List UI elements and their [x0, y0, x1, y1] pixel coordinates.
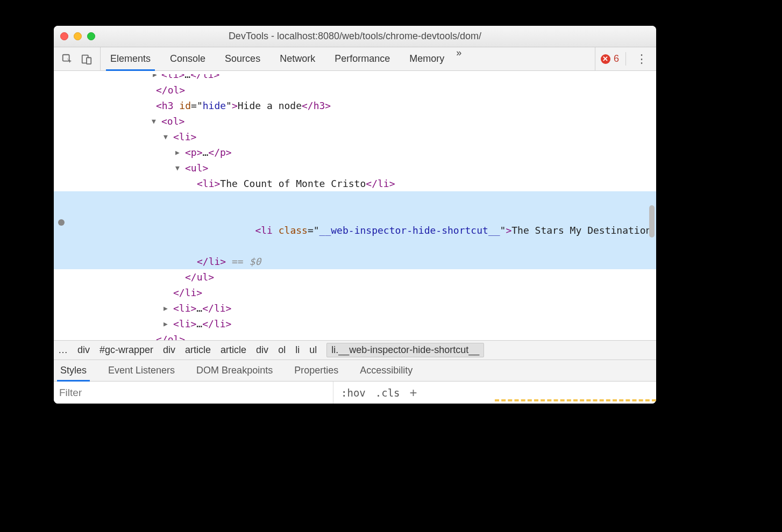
box-model-margin-edge	[495, 399, 656, 404]
dom-node[interactable]: ▶<li>…</li>	[54, 316, 656, 332]
toggle-hov-button[interactable]: :hov	[341, 387, 366, 399]
minimize-window-button[interactable]	[74, 32, 82, 40]
settings-menu-icon[interactable]: ⋮	[632, 52, 651, 66]
device-toolbar-icon[interactable]	[81, 53, 93, 65]
expand-arrow-icon[interactable]: ▶	[153, 74, 157, 82]
dom-node[interactable]: </ul>	[54, 269, 656, 285]
dom-node[interactable]: <li>The Count of Monte Cristo</li>	[54, 176, 656, 191]
dom-node[interactable]: </ol>	[54, 82, 656, 98]
dom-node[interactable]: ▼<ol>	[54, 113, 656, 129]
subtab-event-listeners[interactable]: Event Listeners	[105, 360, 178, 381]
window-title: DevTools - localhost:8080/web/tools/chro…	[54, 31, 656, 42]
tab-performance[interactable]: Performance	[325, 47, 400, 70]
breadcrumb-item-selected[interactable]: li.__web-inspector-hide-shortcut__	[326, 343, 484, 357]
close-window-button[interactable]	[60, 32, 68, 40]
styles-filter-input[interactable]	[54, 387, 333, 399]
breadcrumb-item[interactable]: article	[221, 344, 246, 356]
tab-network[interactable]: Network	[270, 47, 325, 70]
main-toolbar: Elements Console Sources Network Perform…	[54, 47, 656, 71]
devtools-window: DevTools - localhost:8080/web/tools/chro…	[54, 26, 656, 404]
breadcrumb-item[interactable]: li	[295, 344, 300, 356]
inspect-element-icon[interactable]	[61, 53, 73, 65]
dom-node-selected[interactable]: </li> == $0	[54, 254, 656, 269]
expand-arrow-icon[interactable]: ▶	[175, 145, 180, 160]
svg-rect-0	[63, 54, 69, 61]
breadcrumb-item[interactable]: article	[185, 344, 211, 356]
toggle-cls-button[interactable]: .cls	[375, 387, 400, 399]
collapse-arrow-icon[interactable]: ▼	[175, 160, 180, 176]
collapse-arrow-icon[interactable]: ▼	[163, 129, 168, 145]
collapse-arrow-icon[interactable]: ▼	[152, 113, 156, 129]
tab-sources[interactable]: Sources	[215, 47, 270, 70]
breadcrumb-item[interactable]: ol	[278, 344, 286, 356]
panel-tabs: Elements Console Sources Network Perform…	[101, 47, 464, 70]
dom-node[interactable]: <h3 id="hide">Hide a node</h3>	[54, 98, 656, 113]
dom-node[interactable]: ▼<ul>	[54, 160, 656, 176]
tab-memory[interactable]: Memory	[400, 47, 454, 70]
new-style-rule-button[interactable]: +	[410, 385, 417, 400]
breadcrumb: … div #gc-wrapper div article article di…	[54, 340, 656, 360]
dom-node[interactable]: ▶<li>…</li>	[54, 300, 656, 316]
traffic-lights	[60, 32, 95, 40]
styles-pane-tabs: Styles Event Listeners DOM Breakpoints P…	[54, 360, 656, 381]
titlebar: DevTools - localhost:8080/web/tools/chro…	[54, 26, 656, 47]
tabs-overflow-icon[interactable]: »	[454, 47, 464, 70]
dom-node[interactable]: </li>	[54, 285, 656, 300]
dom-node[interactable]: ▶<p>…</p>	[54, 145, 656, 160]
error-count[interactable]: ✕ 6	[601, 53, 619, 64]
elements-tree[interactable]: ▶<li>…</li> </ol> <h3 id="hide">Hide a n…	[54, 71, 656, 340]
error-count-value: 6	[614, 53, 619, 64]
expand-arrow-icon[interactable]: ▶	[163, 300, 168, 316]
breadcrumb-item[interactable]: div	[77, 344, 90, 356]
tab-elements[interactable]: Elements	[101, 47, 160, 70]
breadcrumb-item[interactable]: #gc-wrapper	[99, 344, 153, 356]
dom-node-selected[interactable]: <li class="__web-inspector-hide-shortcut…	[54, 191, 656, 254]
tab-console[interactable]: Console	[160, 47, 215, 70]
subtab-properties[interactable]: Properties	[291, 360, 342, 381]
zoom-window-button[interactable]	[87, 32, 95, 40]
dom-node[interactable]: ▼<li>	[54, 129, 656, 145]
subtab-dom-breakpoints[interactable]: DOM Breakpoints	[193, 360, 276, 381]
subtab-styles[interactable]: Styles	[57, 360, 90, 381]
breadcrumb-item[interactable]: div	[163, 344, 175, 356]
subtab-accessibility[interactable]: Accessibility	[357, 360, 416, 381]
styles-toolbar: :hov .cls +	[54, 381, 656, 404]
svg-rect-2	[87, 57, 91, 64]
scrollbar-thumb[interactable]	[649, 205, 655, 238]
hidden-node-indicator-icon	[58, 219, 65, 226]
error-icon: ✕	[601, 54, 610, 64]
breadcrumb-item[interactable]: div	[256, 344, 268, 356]
expand-arrow-icon[interactable]: ▶	[163, 316, 168, 332]
breadcrumb-item[interactable]: ul	[309, 344, 317, 356]
dom-node[interactable]: </ol>	[54, 332, 656, 340]
breadcrumb-item[interactable]: …	[58, 344, 68, 356]
